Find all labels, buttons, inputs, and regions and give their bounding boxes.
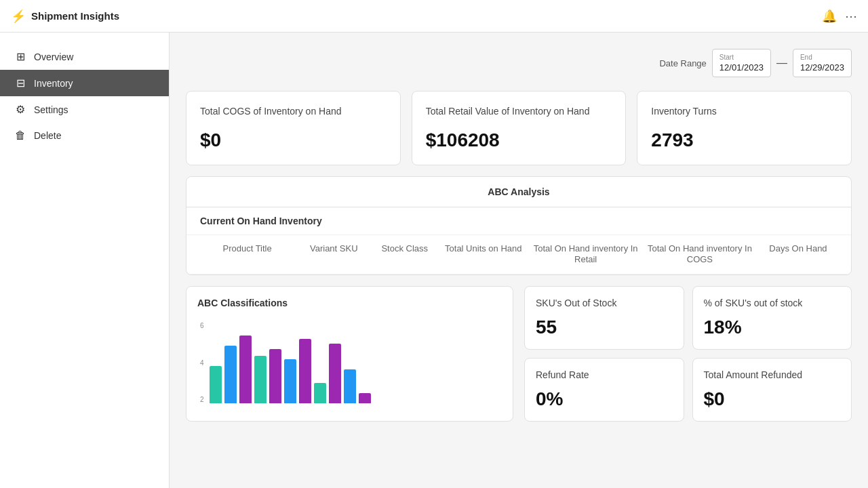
pct-out-value: 18% bbox=[704, 317, 841, 338]
start-date-value: 12/01/2023 bbox=[719, 62, 764, 73]
settings-icon: ⚙ bbox=[14, 103, 27, 116]
main-layout: ⊞ Overview ⊟ Inventory ⚙ Settings 🗑 Dele… bbox=[0, 33, 868, 488]
end-date-input[interactable]: End 12/29/2023 bbox=[793, 49, 852, 77]
bar-8 bbox=[329, 344, 341, 403]
inventory-turns-card: Inventory Turns 2793 bbox=[637, 91, 852, 165]
bookmark-icon[interactable]: 🔔 bbox=[822, 9, 837, 24]
retail-value-card: Total Retail Value of Inventory on Hand … bbox=[412, 91, 627, 165]
bar-7 bbox=[314, 383, 326, 403]
y-label-4: 4 bbox=[200, 359, 204, 367]
sidebar-item-inventory[interactable]: ⊟ Inventory bbox=[0, 70, 169, 96]
sidebar-item-overview[interactable]: ⊞ Overview bbox=[0, 43, 169, 70]
date-range-label: Date Range bbox=[659, 58, 706, 68]
col-product-title: Product Title bbox=[200, 243, 294, 266]
abc-class-card: ABC Classifications 6 4 2 bbox=[186, 286, 513, 422]
pct-out-title: % of SKU's out of stock bbox=[704, 298, 841, 308]
table-header: Product Title Variant SKU Stock Class To… bbox=[186, 235, 851, 275]
app-title-area: ⚡ Shipment Insights bbox=[11, 9, 119, 24]
date-range-row: Date Range Start 12/01/2023 — End 12/29/… bbox=[186, 49, 852, 77]
bar-3 bbox=[254, 356, 267, 403]
retail-value-title: Total Retail Value of Inventory on Hand bbox=[426, 105, 612, 119]
skus-out-value: 55 bbox=[536, 317, 673, 338]
total-refunded-value: $0 bbox=[704, 388, 841, 410]
sidebar-item-label-inventory: Inventory bbox=[34, 78, 73, 89]
bar-10 bbox=[359, 393, 371, 403]
sidebar-item-delete[interactable]: 🗑 Delete bbox=[0, 123, 169, 148]
app-title: Shipment Insights bbox=[31, 10, 119, 22]
bottom-right-metrics: SKU's Out of Stock 55 % of SKU's out of … bbox=[524, 286, 852, 422]
sidebar-item-settings[interactable]: ⚙ Settings bbox=[0, 96, 169, 123]
abc-class-title: ABC Classifications bbox=[197, 298, 502, 308]
start-date-input[interactable]: Start 12/01/2023 bbox=[712, 49, 771, 77]
delete-icon: 🗑 bbox=[14, 129, 27, 142]
col-retail-on-hand: Total On Hand inventory In Retail bbox=[530, 243, 640, 266]
end-label: End bbox=[800, 54, 844, 61]
bar-0 bbox=[210, 366, 222, 403]
abc-section-title: ABC Analysis bbox=[186, 177, 851, 207]
refund-row: Refund Rate 0% Total Amount Refunded $0 bbox=[524, 358, 852, 422]
col-variant-sku: Variant SKU bbox=[294, 243, 373, 266]
chart-bars bbox=[210, 322, 371, 403]
refund-rate-value: 0% bbox=[536, 388, 673, 410]
inventory-turns-title: Inventory Turns bbox=[651, 105, 837, 119]
chart-container: 6 4 2 bbox=[197, 317, 502, 409]
bar-4 bbox=[269, 349, 281, 403]
abc-classifications-section: ABC Classifications 6 4 2 bbox=[186, 286, 513, 422]
start-label: Start bbox=[719, 54, 764, 61]
bar-1 bbox=[224, 346, 237, 403]
col-stock-class: Stock Class bbox=[373, 243, 436, 266]
retail-value-value: $106208 bbox=[426, 129, 612, 151]
abc-analysis-section: ABC Analysis Current On Hand Inventory P… bbox=[186, 176, 852, 276]
bar-9 bbox=[344, 369, 356, 403]
y-label-2: 2 bbox=[200, 396, 204, 403]
total-refunded-card: Total Amount Refunded $0 bbox=[692, 358, 852, 422]
inventory-icon: ⊟ bbox=[14, 77, 27, 89]
sidebar-item-label-overview: Overview bbox=[34, 52, 73, 62]
bar-6 bbox=[299, 339, 311, 403]
y-label-6: 6 bbox=[200, 322, 204, 329]
bar-2 bbox=[239, 336, 252, 403]
col-units-on-hand: Total Units on Hand bbox=[436, 243, 530, 266]
abc-sub-title: Current On Hand Inventory bbox=[186, 207, 851, 235]
overview-icon: ⊞ bbox=[14, 50, 27, 63]
bottom-row: ABC Classifications 6 4 2 bbox=[186, 286, 852, 422]
sku-row: SKU's Out of Stock 55 % of SKU's out of … bbox=[524, 286, 852, 350]
date-separator: — bbox=[776, 57, 787, 69]
bar-5 bbox=[284, 359, 296, 403]
app-logo-icon: ⚡ bbox=[11, 9, 26, 24]
col-cogs-on-hand: Total On Hand inventory In COGS bbox=[641, 243, 759, 266]
more-options-icon[interactable]: ⋯ bbox=[845, 9, 857, 24]
inventory-turns-value: 2793 bbox=[651, 129, 837, 151]
topbar: ⚡ Shipment Insights 🔔 ⋯ bbox=[0, 0, 868, 33]
refund-rate-card: Refund Rate 0% bbox=[524, 358, 684, 422]
total-refunded-title: Total Amount Refunded bbox=[704, 369, 841, 380]
cogs-value: $0 bbox=[200, 129, 387, 151]
refund-rate-title: Refund Rate bbox=[536, 369, 673, 380]
top-stat-cards: Total COGS of Inventory on Hand $0 Total… bbox=[186, 91, 852, 165]
skus-out-title: SKU's Out of Stock bbox=[536, 298, 673, 308]
sidebar: ⊞ Overview ⊟ Inventory ⚙ Settings 🗑 Dele… bbox=[0, 33, 170, 488]
end-date-value: 12/29/2023 bbox=[800, 62, 844, 73]
main-content: Date Range Start 12/01/2023 — End 12/29/… bbox=[170, 33, 868, 488]
sidebar-item-label-settings: Settings bbox=[34, 104, 68, 115]
sidebar-item-label-delete: Delete bbox=[34, 130, 61, 141]
y-axis: 6 4 2 bbox=[200, 322, 204, 403]
skus-out-of-stock-card: SKU's Out of Stock 55 bbox=[524, 286, 684, 350]
topbar-actions: 🔔 ⋯ bbox=[822, 9, 857, 24]
col-days-on-hand: Days On Hand bbox=[759, 243, 837, 266]
pct-out-of-stock-card: % of SKU's out of stock 18% bbox=[692, 286, 852, 350]
cogs-title: Total COGS of Inventory on Hand bbox=[200, 105, 387, 119]
cogs-card: Total COGS of Inventory on Hand $0 bbox=[186, 91, 401, 165]
